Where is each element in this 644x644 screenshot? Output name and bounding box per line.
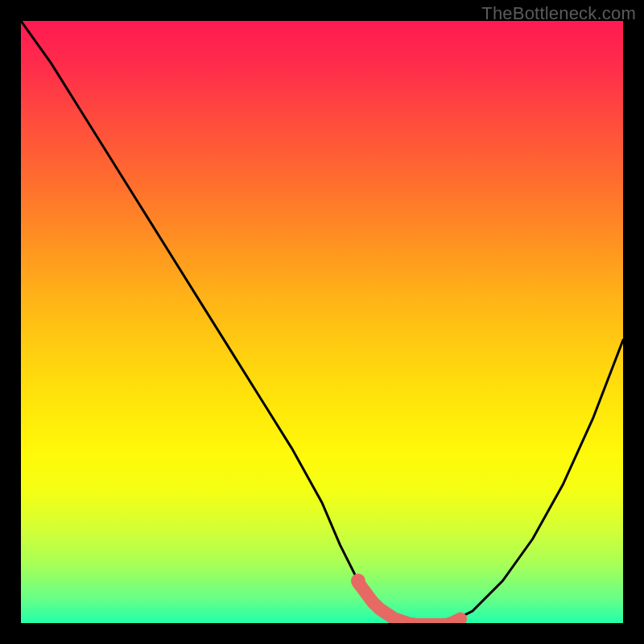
curve-layer bbox=[21, 21, 623, 623]
bottleneck-curve bbox=[21, 21, 623, 623]
optimal-range-highlight bbox=[358, 583, 460, 623]
chart-frame: TheBottleneck.com bbox=[0, 0, 644, 644]
gradient-plot-area bbox=[21, 21, 623, 623]
optimal-start-marker bbox=[351, 574, 365, 588]
